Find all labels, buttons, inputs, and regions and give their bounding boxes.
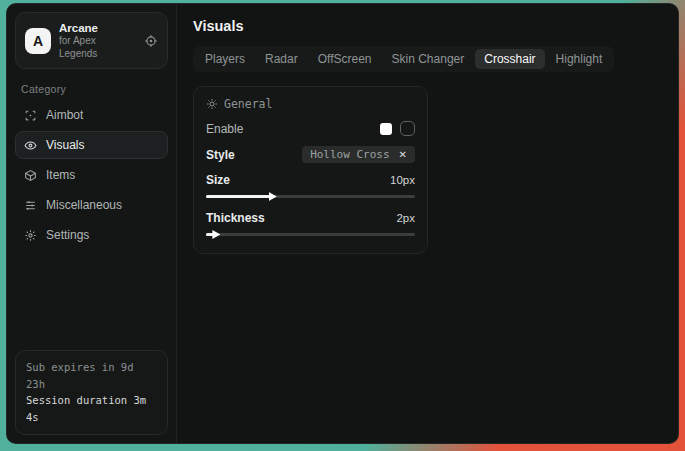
sub-expires-text: Sub expires in 9d 23h bbox=[26, 359, 157, 393]
sidebar-item-visuals[interactable]: Visuals bbox=[15, 131, 168, 159]
sidebar-item-label: Settings bbox=[46, 228, 89, 242]
sidebar-nav: Aimbot Visuals Items bbox=[15, 101, 168, 249]
tab-offscreen[interactable]: OffScreen bbox=[309, 49, 381, 69]
general-gear-icon bbox=[206, 98, 218, 110]
enable-controls bbox=[380, 121, 415, 136]
enable-checkbox[interactable] bbox=[400, 121, 415, 136]
subscription-info-card: Sub expires in 9d 23h Session duration 3… bbox=[15, 350, 168, 435]
brand-name: Arcane bbox=[59, 21, 136, 35]
sidebar: A Arcane for Apex Legends Category bbox=[7, 4, 177, 443]
panel-header: General bbox=[206, 97, 415, 111]
enable-label: Enable bbox=[206, 122, 243, 136]
session-duration-text: Session duration 3m 4s bbox=[26, 392, 157, 426]
thickness-value: 2px bbox=[396, 212, 415, 224]
size-row: Size 10px bbox=[206, 173, 415, 187]
brand-subtitle: for Apex Legends bbox=[59, 35, 136, 60]
miscellaneous-icon bbox=[24, 199, 37, 212]
category-label: Category bbox=[21, 83, 168, 95]
tab-radar[interactable]: Radar bbox=[256, 49, 307, 69]
settings-gear-icon bbox=[24, 229, 37, 242]
tab-crosshair[interactable]: Crosshair bbox=[475, 49, 544, 69]
thickness-row: Thickness 2px bbox=[206, 211, 415, 225]
size-label: Size bbox=[206, 173, 230, 187]
visuals-eye-icon bbox=[24, 139, 37, 152]
tab-highlight[interactable]: Highlight bbox=[547, 49, 612, 69]
sidebar-item-label: Aimbot bbox=[46, 108, 83, 122]
sidebar-item-label: Miscellaneous bbox=[46, 198, 122, 212]
style-label: Style bbox=[206, 148, 235, 162]
enable-row: Enable bbox=[206, 121, 415, 136]
style-row: Style Hollow Cross ✕ bbox=[206, 146, 415, 163]
slider-thumb[interactable] bbox=[212, 230, 220, 239]
slider-fill bbox=[206, 195, 271, 198]
items-box-icon bbox=[24, 169, 37, 182]
style-select[interactable]: Hollow Cross ✕ bbox=[302, 146, 415, 163]
clear-x-icon[interactable]: ✕ bbox=[399, 149, 407, 160]
brand-logo: A bbox=[25, 28, 51, 54]
brand-text: Arcane for Apex Legends bbox=[59, 21, 136, 60]
sidebar-item-label: Visuals bbox=[46, 138, 84, 152]
tab-players[interactable]: Players bbox=[196, 49, 254, 69]
color-swatch[interactable] bbox=[380, 123, 392, 135]
app-window: A Arcane for Apex Legends Category bbox=[6, 3, 679, 444]
panel-title: General bbox=[224, 97, 272, 111]
aimbot-icon bbox=[24, 109, 37, 122]
sidebar-item-settings[interactable]: Settings bbox=[15, 221, 168, 249]
sidebar-item-miscellaneous[interactable]: Miscellaneous bbox=[15, 191, 168, 219]
sidebar-item-aimbot[interactable]: Aimbot bbox=[15, 101, 168, 129]
page-title: Visuals bbox=[193, 18, 662, 34]
main-content: Visuals Players Radar OffScreen Skin Cha… bbox=[177, 4, 678, 443]
size-slider[interactable] bbox=[206, 192, 415, 201]
target-icon[interactable] bbox=[144, 34, 158, 48]
sidebar-item-label: Items bbox=[46, 168, 75, 182]
general-panel: General Enable Style Hollow Cross ✕ bbox=[193, 86, 428, 254]
style-value: Hollow Cross bbox=[310, 148, 389, 161]
sidebar-item-items[interactable]: Items bbox=[15, 161, 168, 189]
slider-thumb[interactable] bbox=[269, 192, 277, 201]
tab-skin-changer[interactable]: Skin Changer bbox=[383, 49, 474, 69]
thickness-slider[interactable] bbox=[206, 230, 415, 239]
brand-card: A Arcane for Apex Legends bbox=[15, 12, 168, 69]
tab-bar: Players Radar OffScreen Skin Changer Cro… bbox=[193, 46, 614, 72]
thickness-label: Thickness bbox=[206, 211, 265, 225]
slider-track bbox=[206, 233, 415, 236]
size-value: 10px bbox=[390, 174, 415, 186]
